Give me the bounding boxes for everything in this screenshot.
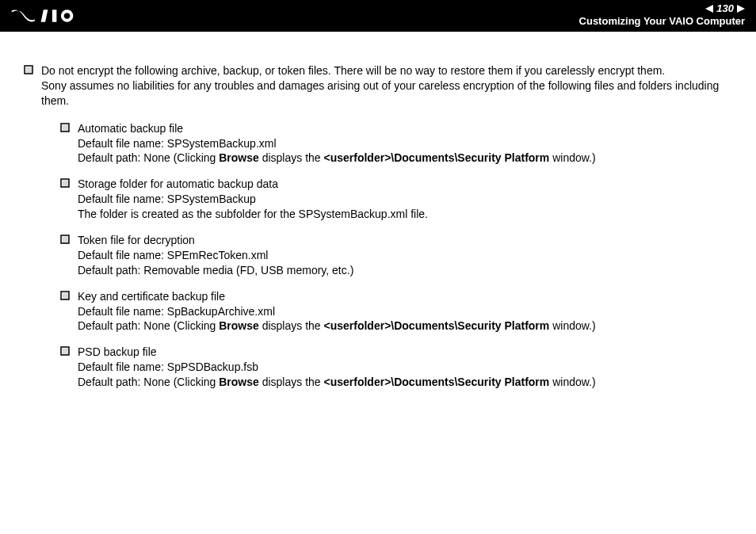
svg-rect-0	[52, 10, 57, 21]
page-navigation: 130	[579, 2, 745, 14]
square-bullet-icon	[60, 178, 70, 188]
item-filename: Default file name: SPSystemBackup	[78, 192, 732, 207]
page-number: 130	[716, 2, 734, 14]
item-filename: Default file name: SPSystemBackup.xml	[78, 136, 732, 151]
item-text: Automatic backup file Default file name:…	[78, 121, 732, 166]
item-path: The folder is created as the subfolder f…	[78, 207, 732, 222]
item-title: Automatic backup file	[78, 121, 732, 136]
header-right: 130 Customizing Your VAIO Computer	[579, 2, 745, 27]
svg-rect-8	[63, 237, 70, 244]
square-bullet-icon	[24, 65, 33, 74]
item-text: Storage folder for automatic backup data…	[78, 177, 732, 222]
item-filename: Default file name: SPEmRecToken.xml	[78, 248, 732, 263]
list-item: Storage folder for automatic backup data…	[60, 177, 732, 222]
item-path: Default path: None (Clicking Browse disp…	[78, 318, 732, 334]
svg-rect-4	[63, 124, 70, 132]
next-page-icon[interactable]	[737, 5, 745, 13]
svg-rect-2	[26, 67, 33, 74]
square-bullet-icon	[60, 123, 70, 132]
svg-rect-6	[63, 181, 70, 188]
item-filename: Default file name: SpBackupArchive.xml	[78, 304, 732, 319]
item-title: PSD backup file	[78, 345, 732, 360]
inner-list: Automatic backup file Default file name:…	[60, 121, 732, 390]
svg-rect-12	[63, 349, 70, 356]
list-item: Automatic backup file Default file name:…	[60, 121, 732, 166]
square-bullet-icon	[60, 346, 70, 356]
item-path: Default path: Removable media (FD, USB m…	[78, 263, 732, 278]
main-text: Do not encrypt the following archive, ba…	[41, 63, 732, 401]
item-title: Storage folder for automatic backup data	[78, 177, 732, 192]
page-header: 130 Customizing Your VAIO Computer	[0, 0, 756, 32]
square-bullet-icon	[60, 235, 70, 244]
vaio-logo	[10, 7, 97, 25]
item-title: Token file for decryption	[78, 233, 732, 248]
square-bullet-icon	[60, 291, 70, 300]
list-item: Token file for decryption Default file n…	[60, 233, 732, 278]
item-text: Key and certificate backup file Default …	[78, 289, 732, 334]
section-title: Customizing Your VAIO Computer	[579, 15, 745, 27]
item-path: Default path: None (Clicking Browse disp…	[78, 151, 732, 166]
item-title: Key and certificate backup file	[78, 289, 732, 304]
page-content: Do not encrypt the following archive, ba…	[0, 32, 756, 431]
list-item: Key and certificate backup file Default …	[60, 289, 732, 334]
item-filename: Default file name: SpPSDBackup.fsb	[78, 360, 732, 375]
item-text: PSD backup file Default file name: SpPSD…	[78, 345, 732, 390]
item-path: Default path: None (Clicking Browse disp…	[78, 375, 732, 390]
intro-line-2: Sony assumes no liabilities for any trou…	[41, 79, 719, 107]
svg-rect-10	[63, 292, 70, 299]
prev-page-icon[interactable]	[705, 5, 713, 13]
main-list-item: Do not encrypt the following archive, ba…	[24, 63, 732, 401]
item-text: Token file for decryption Default file n…	[78, 233, 732, 278]
intro-line-1: Do not encrypt the following archive, ba…	[41, 64, 665, 77]
list-item: PSD backup file Default file name: SpPSD…	[60, 345, 732, 390]
